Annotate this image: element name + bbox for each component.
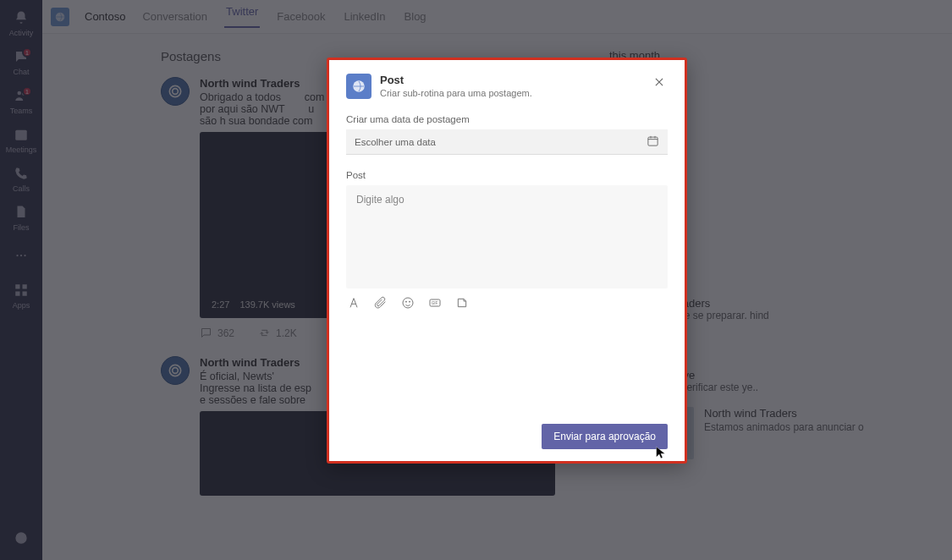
post-modal: Post Criar sub-rotina para uma postagem.… bbox=[327, 58, 687, 464]
post-textarea[interactable]: Digite algo bbox=[346, 185, 668, 288]
close-button[interactable] bbox=[651, 74, 668, 91]
gif-icon[interactable]: GIF bbox=[427, 295, 443, 310]
svg-point-21 bbox=[409, 301, 410, 302]
textarea-placeholder: Digite algo bbox=[356, 194, 404, 206]
cursor-icon bbox=[654, 446, 669, 461]
svg-point-20 bbox=[405, 301, 406, 302]
modal-subtitle: Criar sub-rotina para uma postagem. bbox=[380, 88, 532, 98]
date-placeholder: Escolher uma data bbox=[355, 137, 436, 147]
svg-rect-18 bbox=[648, 137, 658, 145]
format-icon[interactable] bbox=[346, 295, 361, 310]
date-picker[interactable]: Escolher uma data bbox=[346, 129, 668, 155]
modal-app-icon bbox=[346, 74, 371, 99]
emoji-icon[interactable] bbox=[400, 295, 415, 310]
calendar-icon bbox=[647, 135, 659, 149]
date-field-label: Criar uma data de postagem bbox=[346, 114, 668, 124]
sticker-icon[interactable] bbox=[454, 295, 470, 310]
svg-text:GIF: GIF bbox=[432, 301, 438, 305]
attach-icon[interactable] bbox=[373, 295, 388, 310]
modal-title: Post bbox=[380, 74, 532, 86]
compose-toolbar: GIF bbox=[346, 295, 668, 310]
post-field-label: Post bbox=[346, 170, 668, 180]
svg-point-19 bbox=[403, 298, 413, 308]
submit-button[interactable]: Enviar para aprovação bbox=[542, 424, 668, 449]
